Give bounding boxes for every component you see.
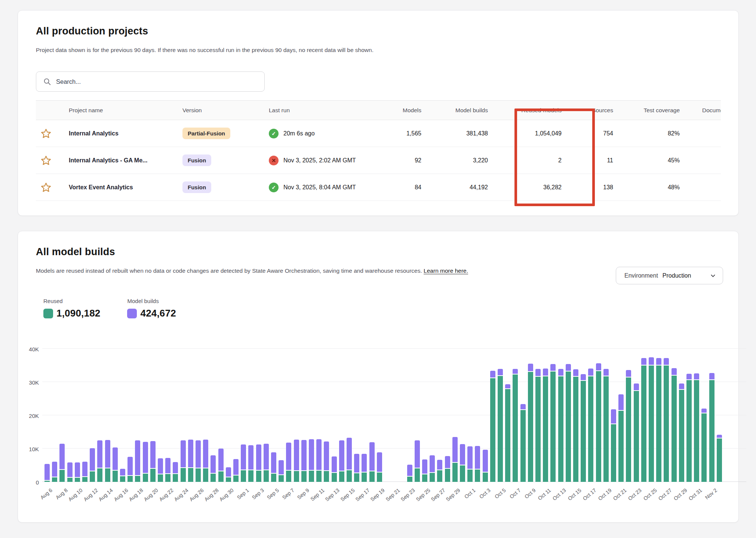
bar-stack[interactable] bbox=[158, 349, 163, 482]
bar-stack[interactable] bbox=[173, 349, 178, 482]
column-header-reused-models[interactable]: Reused models bbox=[490, 107, 563, 114]
bar-stack[interactable] bbox=[75, 349, 80, 482]
bar-stack[interactable] bbox=[181, 349, 186, 482]
bar-stack[interactable] bbox=[558, 349, 563, 482]
bar-stack[interactable] bbox=[475, 349, 480, 482]
bar-stack[interactable] bbox=[150, 349, 156, 482]
bar-stack[interactable] bbox=[498, 349, 503, 482]
bar-stack[interactable] bbox=[528, 349, 533, 482]
bar-stack[interactable] bbox=[717, 349, 722, 482]
bar-stack[interactable] bbox=[460, 349, 465, 482]
bar-stack[interactable] bbox=[694, 349, 699, 482]
project-name-link[interactable]: Internal Analytics - GA Me... bbox=[69, 157, 147, 164]
bar-stack[interactable] bbox=[324, 349, 329, 482]
bar-stack[interactable] bbox=[90, 349, 95, 482]
column-header-model-builds[interactable]: Model builds bbox=[423, 107, 490, 114]
project-name-link[interactable]: Internal Analytics bbox=[69, 130, 119, 137]
column-header-models[interactable]: Models bbox=[378, 107, 423, 114]
bar-stack[interactable] bbox=[271, 349, 276, 482]
bar-stack[interactable] bbox=[656, 349, 661, 482]
bar-stack[interactable] bbox=[354, 349, 359, 482]
bar-stack[interactable] bbox=[603, 349, 609, 482]
search-input[interactable] bbox=[56, 78, 258, 85]
bar-stack[interactable] bbox=[188, 349, 193, 482]
bar-stack[interactable] bbox=[347, 349, 352, 482]
column-header-version[interactable]: Version bbox=[172, 107, 262, 114]
bar-stack[interactable] bbox=[105, 349, 110, 482]
bar-stack[interactable] bbox=[369, 349, 375, 482]
bar-stack[interactable] bbox=[203, 349, 208, 482]
bar-stack[interactable] bbox=[377, 349, 382, 482]
column-header-project-name[interactable]: Project name bbox=[54, 107, 172, 114]
bar-stack[interactable] bbox=[626, 349, 631, 482]
bar-stack[interactable] bbox=[543, 349, 548, 482]
bar-stack[interactable] bbox=[430, 349, 435, 482]
bar-stack[interactable] bbox=[309, 349, 314, 482]
bar-stack[interactable] bbox=[241, 349, 246, 482]
bar-stack[interactable] bbox=[573, 349, 578, 482]
bar-stack[interactable] bbox=[127, 349, 133, 482]
bar-stack[interactable] bbox=[701, 349, 707, 482]
bar-stack[interactable] bbox=[581, 349, 586, 482]
bar-stack[interactable] bbox=[709, 349, 714, 482]
bar-stack[interactable] bbox=[165, 349, 170, 482]
bar-stack[interactable] bbox=[82, 349, 87, 482]
bar-stack[interactable] bbox=[218, 349, 224, 482]
bar-stack[interactable] bbox=[407, 349, 412, 482]
bar-stack[interactable] bbox=[513, 349, 518, 482]
favorite-cell[interactable] bbox=[36, 182, 54, 193]
bar-stack[interactable] bbox=[233, 349, 239, 482]
bar-stack[interactable] bbox=[618, 349, 624, 482]
bar-stack[interactable] bbox=[44, 349, 50, 482]
bar-stack[interactable] bbox=[339, 349, 344, 482]
bar-stack[interactable] bbox=[135, 349, 140, 482]
bar-stack[interactable] bbox=[686, 349, 692, 482]
bar-stack[interactable] bbox=[301, 349, 307, 482]
bar-stack[interactable] bbox=[286, 349, 291, 482]
bar-stack[interactable] bbox=[113, 349, 118, 482]
bar-stack[interactable] bbox=[566, 349, 571, 482]
bar-stack[interactable] bbox=[596, 349, 601, 482]
bar-stack[interactable] bbox=[505, 349, 510, 482]
bar-stack[interactable] bbox=[97, 349, 102, 482]
bar-stack[interactable] bbox=[264, 349, 269, 482]
bar-stack[interactable] bbox=[332, 349, 337, 482]
environment-select[interactable]: Environment Production bbox=[616, 267, 723, 284]
bar-stack[interactable] bbox=[437, 349, 442, 482]
bar-stack[interactable] bbox=[483, 349, 488, 482]
bar-stack[interactable] bbox=[362, 349, 367, 482]
column-header-last-run[interactable]: Last run bbox=[262, 107, 378, 114]
bar-stack[interactable] bbox=[679, 349, 684, 482]
search-box[interactable] bbox=[36, 71, 265, 92]
bar-stack[interactable] bbox=[664, 349, 669, 482]
bar-stack[interactable] bbox=[256, 349, 261, 482]
bar-stack[interactable] bbox=[248, 349, 253, 482]
project-name-link[interactable]: Vortex Event Analytics bbox=[69, 184, 133, 191]
bar-stack[interactable] bbox=[279, 349, 284, 482]
learn-more-link[interactable]: Learn more here. bbox=[424, 268, 468, 274]
bar-stack[interactable] bbox=[143, 349, 148, 482]
bar-stack[interactable] bbox=[316, 349, 322, 482]
favorite-star-icon[interactable] bbox=[40, 128, 52, 139]
bar-stack[interactable] bbox=[649, 349, 654, 482]
bar-stack[interactable] bbox=[210, 349, 216, 482]
favorite-star-icon[interactable] bbox=[40, 182, 52, 193]
bar-stack[interactable] bbox=[415, 349, 420, 482]
bar-stack[interactable] bbox=[641, 349, 646, 482]
bar-stack[interactable] bbox=[535, 349, 541, 482]
bar-stack[interactable] bbox=[490, 349, 495, 482]
favorite-star-icon[interactable] bbox=[40, 155, 52, 166]
bar-stack[interactable] bbox=[294, 349, 299, 482]
bar-stack[interactable] bbox=[550, 349, 556, 482]
column-header-sources[interactable]: Sources bbox=[563, 107, 617, 114]
bar-stack[interactable] bbox=[52, 349, 57, 482]
bar-stack[interactable] bbox=[467, 349, 473, 482]
bar-stack[interactable] bbox=[196, 349, 201, 482]
bar-stack[interactable] bbox=[634, 349, 639, 482]
favorite-cell[interactable] bbox=[36, 128, 54, 139]
bar-stack[interactable] bbox=[422, 349, 427, 482]
bar-stack[interactable] bbox=[67, 349, 73, 482]
bar-stack[interactable] bbox=[611, 349, 616, 482]
column-header-documentation[interactable]: Documentation bbox=[688, 107, 721, 114]
bar-stack[interactable] bbox=[59, 349, 65, 482]
